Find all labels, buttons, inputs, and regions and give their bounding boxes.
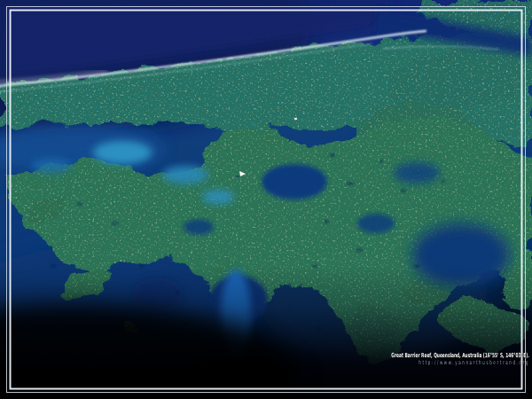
reef-aerial-photo [0, 0, 532, 399]
desktop-wallpaper: Great Barrier Reef, Queensland, Australi… [0, 0, 532, 399]
